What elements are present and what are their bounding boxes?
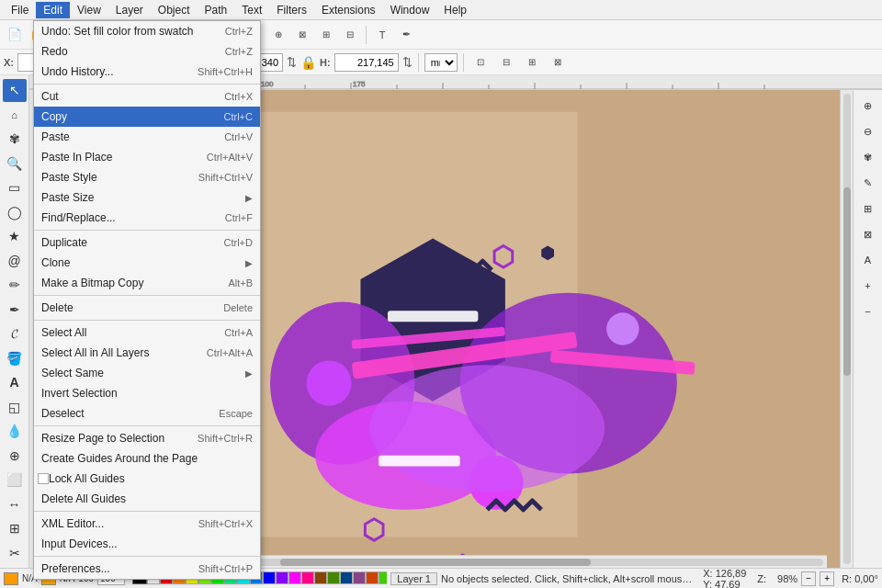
menu-item-xml-editor[interactable]: XML Editor...Shift+Ctrl+X: [34, 514, 260, 534]
w-arrows[interactable]: ⇅: [287, 55, 297, 69]
lock-aspect-icon[interactable]: 🔒: [300, 55, 316, 70]
color-grape[interactable]: [353, 571, 366, 584]
menu-item-delete-all-guides[interactable]: Delete All Guides: [34, 489, 260, 509]
menu-item-copy[interactable]: CopyCtrl+C: [34, 107, 260, 127]
color-purple[interactable]: [276, 571, 288, 584]
measure-tool[interactable]: ⊞: [3, 517, 27, 540]
eraser-tool[interactable]: ⬜: [3, 469, 27, 492]
menu-item-select-same[interactable]: Select Same▶: [34, 363, 260, 383]
menu-item-find-replace[interactable]: Find/Replace...Ctrl+F: [34, 208, 260, 228]
zoom-display[interactable]: 98%: [777, 573, 797, 584]
menu-text[interactable]: Text: [234, 2, 269, 18]
menu-item-redo[interactable]: RedoCtrl+Z: [34, 41, 260, 62]
h-arrows[interactable]: ⇅: [402, 55, 413, 69]
menu-path[interactable]: Path: [198, 2, 235, 18]
cut-tool[interactable]: ✂: [3, 542, 27, 565]
menu-item-input-devices[interactable]: Input Devices...: [34, 534, 260, 554]
menu-checkbox[interactable]: [38, 473, 49, 484]
vscroll-thumb[interactable]: [843, 187, 851, 376]
menu-window[interactable]: Window: [383, 2, 437, 18]
menu-file[interactable]: File: [4, 2, 36, 18]
menu-item-undo-set-fill-color-from-swatch[interactable]: Undo: Set fill color from swatchCtrl+Z: [34, 21, 260, 41]
spray-tool[interactable]: ⊕: [3, 445, 27, 468]
menu-item-make-a-bitmap-copy[interactable]: Make a Bitmap CopyAlt+B: [34, 273, 260, 293]
node-tool[interactable]: ⌂: [3, 104, 27, 127]
menu-item-preferences[interactable]: Preferences...Shift+Ctrl+P: [34, 559, 260, 579]
menu-item-duplicate[interactable]: DuplicateCtrl+D: [34, 232, 260, 253]
menu-item-lock-all-guides[interactable]: Lock All Guides: [34, 469, 260, 489]
menu-extensions[interactable]: Extensions: [314, 2, 383, 18]
color-grass[interactable]: [379, 571, 387, 584]
grid-btn[interactable]: ⊠: [547, 51, 569, 74]
stroke-swatch[interactable]: [4, 572, 18, 585]
unit-select[interactable]: mm px in cm: [424, 53, 458, 72]
distribute-btn[interactable]: ⊞: [521, 51, 543, 74]
vscroll-track[interactable]: [843, 94, 851, 564]
menu-item-create-guides-around-the-page[interactable]: Create Guides Around the Page: [34, 448, 260, 469]
menu-item-deselect[interactable]: DeselectEscape: [34, 403, 260, 424]
color-olive[interactable]: [327, 571, 340, 584]
ellipse-tool[interactable]: ◯: [3, 201, 27, 224]
right-tool-5[interactable]: ⊞: [856, 197, 880, 220]
menu-item-paste[interactable]: PasteCtrl+V: [34, 127, 260, 147]
zoom-in-status[interactable]: +: [820, 571, 834, 586]
connector-tool[interactable]: ↔: [3, 493, 27, 516]
right-tool-4[interactable]: ✎: [856, 171, 880, 195]
menu-item-cut[interactable]: CutCtrl+X: [34, 86, 260, 107]
pencil-tool[interactable]: ✏: [3, 274, 27, 297]
select-tool[interactable]: ↖: [3, 79, 27, 102]
h-input[interactable]: [334, 53, 399, 72]
menu-help[interactable]: Help: [436, 2, 474, 18]
menu-item-undo-history[interactable]: Undo History...Shift+Ctrl+H: [34, 62, 260, 82]
spiral-tool[interactable]: @: [3, 250, 27, 273]
menu-item-paste-style[interactable]: Paste StyleShift+Ctrl+V: [34, 167, 260, 187]
calligraphy-tool[interactable]: 𝓒: [3, 322, 27, 345]
menu-edit[interactable]: Edit: [36, 2, 70, 18]
snap-nodes[interactable]: ⊕: [267, 24, 289, 46]
snap-guide[interactable]: ⊟: [339, 24, 361, 46]
color-pink[interactable]: [301, 571, 314, 584]
star-tool[interactable]: ★: [3, 225, 27, 248]
text-tool[interactable]: A: [3, 371, 27, 394]
right-tool-2[interactable]: ⊖: [856, 119, 880, 143]
right-tool-6[interactable]: ⊠: [856, 222, 880, 246]
align-btn[interactable]: ⊟: [495, 51, 517, 74]
menu-object[interactable]: Object: [151, 2, 198, 18]
menu-item-paste-in-place[interactable]: Paste In PlaceCtrl+Alt+V: [34, 147, 260, 167]
menu-layer[interactable]: Layer: [108, 2, 151, 18]
right-tool-1[interactable]: ⊕: [856, 94, 880, 118]
color-rust[interactable]: [366, 571, 379, 584]
vertical-scrollbar[interactable]: [840, 90, 853, 568]
menu-item-select-all-in-all-layers[interactable]: Select All in All LayersCtrl+Alt+A: [34, 343, 260, 363]
right-tool-9[interactable]: −: [856, 300, 880, 323]
menu-item-paste-size[interactable]: Paste Size▶: [34, 187, 260, 208]
right-tool-3[interactable]: ✾: [856, 145, 880, 169]
menu-item-clone[interactable]: Clone▶: [34, 253, 260, 273]
menu-item-select-all[interactable]: Select AllCtrl+A: [34, 322, 260, 343]
menu-item-resize-page-to-selection[interactable]: Resize Page to SelectionShift+Ctrl+R: [34, 428, 260, 448]
color-brown[interactable]: [314, 571, 327, 584]
tweak-tool[interactable]: ✾: [3, 128, 27, 151]
color-magenta[interactable]: [288, 571, 301, 584]
transform-btn[interactable]: ⊡: [469, 51, 492, 74]
gradient-tool[interactable]: ◱: [3, 396, 27, 419]
menu-view[interactable]: View: [70, 2, 108, 18]
zoom-tool[interactable]: 🔍: [3, 153, 27, 175]
node-tool-btn[interactable]: T: [371, 24, 393, 46]
hscroll-thumb[interactable]: [280, 559, 591, 566]
menu-item-delete[interactable]: DeleteDelete: [34, 298, 260, 318]
dropper-btn[interactable]: ✒: [395, 24, 417, 46]
pen-tool[interactable]: ✒: [3, 299, 27, 322]
color-navy[interactable]: [340, 571, 353, 584]
menu-item-invert-selection[interactable]: Invert Selection: [34, 383, 260, 403]
bucket-tool[interactable]: 🪣: [3, 347, 27, 370]
layer-indicator[interactable]: Layer 1: [390, 572, 437, 585]
snap-bbox[interactable]: ⊠: [291, 24, 313, 46]
color-darkblue[interactable]: [263, 571, 276, 584]
menu-filters[interactable]: Filters: [269, 2, 314, 18]
dropper-tool[interactable]: 💧: [3, 420, 27, 443]
rect-tool[interactable]: ▭: [3, 176, 27, 199]
new-button[interactable]: 📄: [4, 24, 26, 46]
right-tool-8[interactable]: +: [856, 274, 880, 298]
right-tool-7[interactable]: A: [856, 248, 880, 272]
